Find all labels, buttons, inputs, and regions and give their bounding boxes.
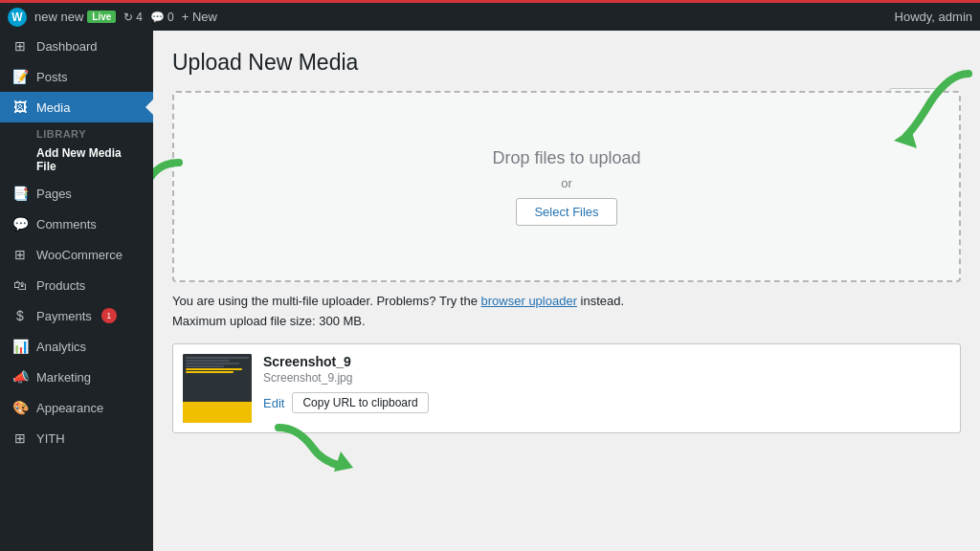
main-content: Upload New Media Help ▾ Drop files to up… [153,31,980,551]
site-name-text: new new [34,10,83,24]
marketing-icon: 📣 [11,369,29,385]
right-arrow-top-icon [854,64,978,169]
sidebar-item-yith[interactable]: ⊞ YITH [0,423,153,453]
comments-icon[interactable]: 💬0 [150,11,174,24]
upload-dropzone[interactable]: Drop files to upload or Select Files [172,91,961,282]
yith-icon: ⊞ [11,430,29,446]
pages-icon: 📑 [11,186,29,201]
products-icon: 🛍 [11,277,29,293]
payments-badge: 1 [101,308,117,323]
sidebar-item-posts[interactable]: 📝 Posts [0,61,153,92]
file-filename: Screenshot_9.jpg [263,371,950,385]
sidebar-item-marketing[interactable]: 📣 Marketing [0,362,153,392]
edit-link[interactable]: Edit [263,396,284,410]
upload-limit-text: Maximum upload file size: 300 MB. [172,314,961,328]
file-thumbnail [183,354,252,423]
woocommerce-icon: ⊞ [11,247,29,262]
sidebar-item-comments[interactable]: 💬 Comments [0,209,153,239]
new-menu[interactable]: + New [182,10,217,24]
admin-bar: W new new Live ↻4 💬0 + New Howdy, admin [0,0,980,31]
sidebar-label-yith: YITH [36,431,65,446]
sidebar-label-comments: Comments [36,217,97,231]
sidebar-label-products: Products [36,278,85,293]
file-name: Screenshot_9 [263,354,950,369]
dashboard-icon: ⊞ [11,38,29,54]
browser-uploader-link[interactable]: browser uploader [481,294,577,308]
payments-icon: $ [11,308,29,323]
file-item: Screenshot_9 Screenshot_9.jpg Edit Copy … [172,343,961,433]
site-name[interactable]: new new Live [34,10,116,24]
sidebar-label-payments: Payments [36,309,92,323]
sidebar-item-woocommerce[interactable]: ⊞ WooCommerce [0,239,153,270]
sidebar-label-pages: Pages [36,187,72,201]
sidebar-item-appearance[interactable]: 🎨 Appearance [0,392,153,423]
sidebar-label-appearance: Appearance [36,401,103,415]
select-files-button[interactable]: Select Files [516,198,616,226]
sidebar-item-dashboard[interactable]: ⊞ Dashboard [0,31,153,61]
howdy-text: Howdy, admin [895,10,972,24]
sidebar-label-marketing: Marketing [36,370,91,385]
updates-icon[interactable]: ↻4 [123,11,143,24]
sidebar-item-add-new-media[interactable]: Add New Media File [0,142,153,178]
analytics-icon: 📊 [11,339,29,354]
sidebar-label-media: Media [36,100,70,115]
or-text: or [561,176,572,190]
sidebar: ⊞ Dashboard 📝 Posts 🖼 Media Library Add … [0,31,153,551]
submenu-library-label: Library [0,122,153,142]
live-badge: Live [87,11,116,23]
sidebar-item-pages[interactable]: 📑 Pages [0,178,153,209]
uploader-info: You are using the multi-file uploader. P… [172,294,961,308]
sidebar-label-analytics: Analytics [36,340,86,354]
posts-icon: 📝 [11,69,29,84]
sidebar-item-products[interactable]: 🛍 Products [0,270,153,300]
wp-logo-icon[interactable]: W [8,8,27,27]
comments-menu-icon: 💬 [11,216,29,231]
sidebar-label-dashboard: Dashboard [36,39,98,54]
media-icon: 🖼 [11,99,29,115]
copy-url-button[interactable]: Copy URL to clipboard [292,392,428,413]
bottom-arrow-icon [269,418,355,480]
sidebar-item-payments[interactable]: $ Payments 1 [0,300,153,331]
file-info: Screenshot_9 Screenshot_9.jpg Edit Copy … [263,354,950,413]
appearance-icon: 🎨 [11,400,29,415]
sidebar-item-analytics[interactable]: 📊 Analytics [0,331,153,362]
sidebar-label-posts: Posts [36,70,68,84]
drop-files-text: Drop files to upload [492,148,640,168]
sidebar-item-media[interactable]: 🖼 Media [0,92,153,122]
file-actions: Edit Copy URL to clipboard [263,392,950,413]
sidebar-label-woocommerce: WooCommerce [36,248,122,262]
left-arrow-icon [153,153,184,220]
page-title: Upload New Media [172,50,961,76]
